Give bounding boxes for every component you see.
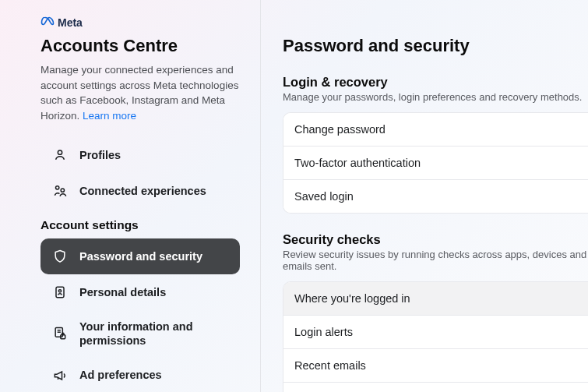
shield-icon <box>51 248 69 265</box>
option-change-password[interactable]: Change password <box>283 113 588 146</box>
sidebar-item-password-security[interactable]: Password and security <box>40 238 240 274</box>
group-subtitle: Review security issues by running checks… <box>283 249 588 272</box>
sidebar-item-your-information[interactable]: Your information and permissions <box>40 310 240 357</box>
main-inner: Password and security Login & recovery M… <box>261 36 588 392</box>
sidebar-item-label: Profiles <box>79 148 121 162</box>
profile-icon <box>51 147 69 164</box>
option-saved-login[interactable]: Saved login <box>283 179 588 213</box>
page-title: Password and security <box>283 36 588 56</box>
svg-point-1 <box>56 186 59 189</box>
card-list-login-recovery: Change password Two-factor authenticatio… <box>283 112 588 214</box>
svg-point-4 <box>58 290 61 292</box>
group-subtitle: Manage your passwords, login preferences… <box>283 91 588 103</box>
option-two-factor[interactable]: Two-factor authentication <box>283 146 588 179</box>
app-root: Meta Accounts Centre Manage your connect… <box>0 0 588 392</box>
group-title: Security checks <box>283 232 588 247</box>
meta-logo-icon <box>40 14 55 31</box>
option-login-alerts[interactable]: Login alerts <box>283 315 588 348</box>
group-login-recovery: Login & recovery Manage your passwords, … <box>283 75 588 214</box>
group-security-checks: Security checks Review security issues b… <box>283 232 588 392</box>
option-where-logged-in[interactable]: Where you're logged in <box>283 282 588 315</box>
sidebar-item-ad-preferences[interactable]: Ad preferences <box>40 358 240 393</box>
brand-name: Meta <box>58 16 83 29</box>
document-lock-icon <box>51 325 69 342</box>
sidebar-item-label: Password and security <box>79 249 202 263</box>
svg-point-0 <box>58 150 62 154</box>
sidebar-description: Manage your connected experiences and ac… <box>40 62 240 123</box>
group-title: Login & recovery <box>283 75 588 90</box>
learn-more-link[interactable]: Learn more <box>83 110 136 122</box>
sidebar-item-label: Your information and permissions <box>79 320 229 348</box>
sidebar: Meta Accounts Centre Manage your connect… <box>0 0 261 392</box>
sidebar-item-label: Ad preferences <box>79 368 162 382</box>
svg-point-2 <box>61 189 64 192</box>
sidebar-title: Accounts Centre <box>40 36 240 56</box>
sidebar-item-profiles[interactable]: Profiles <box>40 137 240 173</box>
sidebar-item-label: Connected experiences <box>79 184 206 198</box>
option-recent-emails[interactable]: Recent emails <box>283 348 588 382</box>
card-list-security-checks: Where you're logged in Login alerts Rece… <box>283 281 588 392</box>
sidebar-item-label: Personal details <box>79 285 166 299</box>
id-card-icon <box>51 284 69 301</box>
option-security-checkup[interactable]: Security Checkup <box>283 382 588 392</box>
sidebar-item-connected-experiences[interactable]: Connected experiences <box>40 173 240 209</box>
main-panel: Password and security Login & recovery M… <box>261 0 588 392</box>
sidebar-description-text: Manage your connected experiences and ac… <box>40 64 238 122</box>
sidebar-item-personal-details[interactable]: Personal details <box>40 274 240 310</box>
connected-icon <box>51 182 69 200</box>
megaphone-icon <box>51 367 69 384</box>
sidebar-section-header: Account settings <box>40 218 240 232</box>
brand: Meta <box>40 14 240 31</box>
